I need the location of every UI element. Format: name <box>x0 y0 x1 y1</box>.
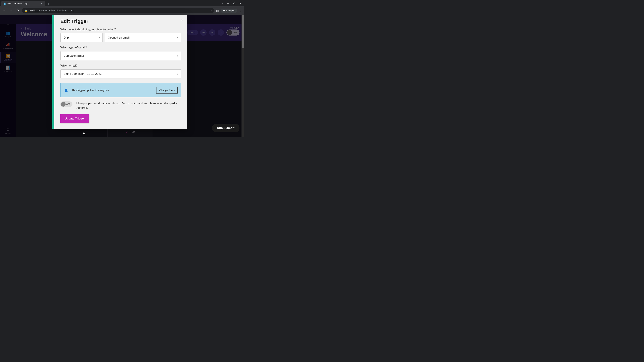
tab-search-icon[interactable]: ⌄ <box>221 2 223 4</box>
allow-entry-toggle[interactable]: OFF <box>60 101 72 107</box>
url-text: getdrip.com/7641396/workflows/516121561 <box>29 9 208 12</box>
provider-select[interactable]: Drip ▾ <box>60 33 103 42</box>
browser-toolbar: ← → ⟳ 🔒 getdrip.com/7641396/workflows/51… <box>0 6 244 15</box>
vertical-scrollbar[interactable] <box>242 15 244 137</box>
close-tab-icon[interactable]: ✕ <box>40 2 43 5</box>
kebab-menu-icon[interactable]: ⋮ <box>240 9 242 12</box>
drip-support-button[interactable]: Drip Support <box>212 124 240 132</box>
close-window-icon[interactable]: ✕ <box>239 2 241 4</box>
tab-strip: 💧 Welcome Series · Drip ✕ + <box>0 0 244 6</box>
drip-favicon-icon: 💧 <box>3 2 6 5</box>
reload-button[interactable]: ⟳ <box>16 8 20 13</box>
incognito-icon: 🕶 <box>223 9 225 12</box>
window-controls: ⌄ — ▢ ✕ <box>221 0 244 6</box>
filter-info-box: 👤 This trigger applies to everyone. Chan… <box>60 83 181 97</box>
new-tab-button[interactable]: + <box>46 2 51 6</box>
tab-title: Welcome Series · Drip <box>8 2 39 5</box>
close-modal-button[interactable]: ✕ <box>180 18 184 22</box>
modal-accent-left <box>52 15 54 129</box>
modal-title: Edit Trigger <box>60 18 181 24</box>
edit-trigger-modal: Edit Trigger ✕ Which event should trigge… <box>54 15 187 129</box>
chevron-down-icon: ▾ <box>177 73 178 75</box>
bookmark-icon[interactable]: ☆ <box>210 9 212 12</box>
event-select[interactable]: Opened an email ▾ <box>105 33 181 42</box>
back-button[interactable]: ← <box>2 8 7 13</box>
scrollbar-thumb[interactable] <box>242 15 244 48</box>
browser-chrome: 💧 Welcome Series · Drip ✕ + ⌄ — ▢ ✕ ← → … <box>0 0 244 15</box>
toggle-knob <box>61 102 66 107</box>
browser-tab[interactable]: 💧 Welcome Series · Drip ✕ <box>1 1 45 6</box>
chevron-down-icon: ▾ <box>98 36 100 39</box>
url-bar[interactable]: 🔒 getdrip.com/7641396/workflows/51612156… <box>22 8 214 13</box>
extensions-icon[interactable]: ◧ <box>216 9 219 12</box>
field-label-event: Which event should trigger this automati… <box>60 28 181 31</box>
person-icon: 👤 <box>64 88 68 92</box>
field-label-email-type: Which type of email? <box>60 46 181 49</box>
toggle-description: Allow people not already in this workflo… <box>76 101 181 110</box>
forward-button[interactable]: → <box>9 8 14 13</box>
maximize-icon[interactable]: ▢ <box>233 2 235 4</box>
info-text: This trigger applies to everyone. <box>72 89 153 92</box>
update-trigger-button[interactable]: Update Trigger <box>60 114 89 123</box>
incognito-badge[interactable]: 🕶 Incognito <box>221 9 237 12</box>
lock-icon: 🔒 <box>24 9 27 12</box>
chevron-down-icon: ▾ <box>177 55 178 57</box>
change-filters-button[interactable]: Change filters <box>156 87 178 93</box>
email-select[interactable]: Email Campaign - 12-12-2023 ▾ <box>60 69 181 78</box>
field-label-which-email: Which email? <box>60 64 181 67</box>
email-type-select[interactable]: Campaign Email ▾ <box>60 51 181 60</box>
minimize-icon[interactable]: — <box>227 2 229 4</box>
chevron-down-icon: ▾ <box>177 36 178 39</box>
